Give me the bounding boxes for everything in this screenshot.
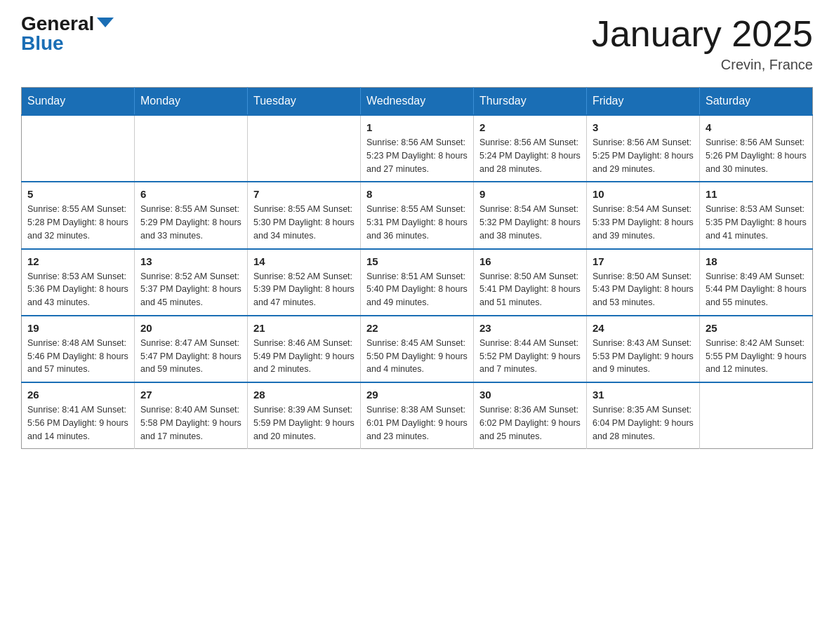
calendar-body: 1Sunrise: 8:56 AM Sunset: 5:23 PM Daylig… xyxy=(22,115,813,449)
day-info: Sunrise: 8:47 AM Sunset: 5:47 PM Dayligh… xyxy=(140,337,241,376)
calendar-week-1: 1Sunrise: 8:56 AM Sunset: 5:23 PM Daylig… xyxy=(22,115,813,182)
calendar-week-2: 5Sunrise: 8:55 AM Sunset: 5:28 PM Daylig… xyxy=(22,182,813,248)
day-info: Sunrise: 8:46 AM Sunset: 5:49 PM Dayligh… xyxy=(253,337,355,376)
day-number: 20 xyxy=(140,322,241,334)
logo-triangle-icon xyxy=(97,18,114,27)
day-number: 18 xyxy=(706,255,807,267)
day-info: Sunrise: 8:42 AM Sunset: 5:55 PM Dayligh… xyxy=(706,337,807,376)
calendar-cell: 20Sunrise: 8:47 AM Sunset: 5:47 PM Dayli… xyxy=(135,316,248,382)
day-number: 3 xyxy=(593,121,694,133)
day-number: 14 xyxy=(253,255,355,267)
calendar-cell: 21Sunrise: 8:46 AM Sunset: 5:49 PM Dayli… xyxy=(248,316,361,382)
day-number: 16 xyxy=(479,255,581,267)
day-info: Sunrise: 8:39 AM Sunset: 5:59 PM Dayligh… xyxy=(253,403,355,443)
calendar-cell: 23Sunrise: 8:44 AM Sunset: 5:52 PM Dayli… xyxy=(474,316,587,382)
calendar-cell: 25Sunrise: 8:42 AM Sunset: 5:55 PM Dayli… xyxy=(700,316,813,382)
day-number: 9 xyxy=(479,188,581,200)
calendar-cell: 27Sunrise: 8:40 AM Sunset: 5:58 PM Dayli… xyxy=(135,382,248,449)
calendar-cell: 6Sunrise: 8:55 AM Sunset: 5:29 PM Daylig… xyxy=(135,182,248,248)
calendar-cell: 12Sunrise: 8:53 AM Sunset: 5:36 PM Dayli… xyxy=(22,249,135,316)
day-info: Sunrise: 8:43 AM Sunset: 5:53 PM Dayligh… xyxy=(593,337,694,376)
calendar-cell: 10Sunrise: 8:54 AM Sunset: 5:33 PM Dayli… xyxy=(587,182,700,248)
day-info: Sunrise: 8:55 AM Sunset: 5:30 PM Dayligh… xyxy=(253,203,355,242)
calendar-table: SundayMondayTuesdayWednesdayThursdayFrid… xyxy=(21,87,813,449)
calendar-cell: 22Sunrise: 8:45 AM Sunset: 5:50 PM Dayli… xyxy=(361,316,474,382)
calendar-cell: 1Sunrise: 8:56 AM Sunset: 5:23 PM Daylig… xyxy=(361,115,474,182)
calendar-cell: 5Sunrise: 8:55 AM Sunset: 5:28 PM Daylig… xyxy=(22,182,135,248)
calendar-cell xyxy=(22,115,135,182)
day-number: 22 xyxy=(366,322,468,334)
calendar-cell xyxy=(135,115,248,182)
day-info: Sunrise: 8:52 AM Sunset: 5:39 PM Dayligh… xyxy=(253,270,355,309)
day-number: 23 xyxy=(479,322,581,334)
calendar-cell: 28Sunrise: 8:39 AM Sunset: 5:59 PM Dayli… xyxy=(248,382,361,449)
day-info: Sunrise: 8:38 AM Sunset: 6:01 PM Dayligh… xyxy=(366,403,468,443)
day-info: Sunrise: 8:55 AM Sunset: 5:29 PM Dayligh… xyxy=(140,203,241,242)
calendar-week-3: 12Sunrise: 8:53 AM Sunset: 5:36 PM Dayli… xyxy=(22,249,813,316)
day-info: Sunrise: 8:36 AM Sunset: 6:02 PM Dayligh… xyxy=(479,403,581,443)
calendar-cell: 17Sunrise: 8:50 AM Sunset: 5:43 PM Dayli… xyxy=(587,249,700,316)
day-info: Sunrise: 8:56 AM Sunset: 5:24 PM Dayligh… xyxy=(479,136,581,175)
day-info: Sunrise: 8:55 AM Sunset: 5:28 PM Dayligh… xyxy=(27,203,128,242)
calendar-cell: 3Sunrise: 8:56 AM Sunset: 5:25 PM Daylig… xyxy=(587,115,700,182)
calendar-cell: 31Sunrise: 8:35 AM Sunset: 6:04 PM Dayli… xyxy=(587,382,700,449)
days-header-row: SundayMondayTuesdayWednesdayThursdayFrid… xyxy=(22,88,813,116)
day-number: 29 xyxy=(366,389,468,401)
day-number: 10 xyxy=(593,188,694,200)
calendar-cell: 4Sunrise: 8:56 AM Sunset: 5:26 PM Daylig… xyxy=(700,115,813,182)
day-number: 5 xyxy=(27,188,128,200)
day-info: Sunrise: 8:52 AM Sunset: 5:37 PM Dayligh… xyxy=(140,270,241,309)
calendar-cell: 29Sunrise: 8:38 AM Sunset: 6:01 PM Dayli… xyxy=(361,382,474,449)
day-number: 25 xyxy=(706,322,807,334)
day-info: Sunrise: 8:49 AM Sunset: 5:44 PM Dayligh… xyxy=(706,270,807,309)
day-header-monday: Monday xyxy=(135,88,248,116)
day-header-tuesday: Tuesday xyxy=(248,88,361,116)
calendar-cell: 7Sunrise: 8:55 AM Sunset: 5:30 PM Daylig… xyxy=(248,182,361,248)
day-number: 8 xyxy=(366,188,468,200)
day-info: Sunrise: 8:56 AM Sunset: 5:26 PM Dayligh… xyxy=(706,136,807,175)
calendar-cell: 13Sunrise: 8:52 AM Sunset: 5:37 PM Dayli… xyxy=(135,249,248,316)
day-number: 28 xyxy=(253,389,355,401)
day-header-wednesday: Wednesday xyxy=(361,88,474,116)
calendar-cell: 16Sunrise: 8:50 AM Sunset: 5:41 PM Dayli… xyxy=(474,249,587,316)
day-header-saturday: Saturday xyxy=(700,88,813,116)
page-title: January 2025 xyxy=(592,14,813,54)
calendar-cell: 24Sunrise: 8:43 AM Sunset: 5:53 PM Dayli… xyxy=(587,316,700,382)
logo-general-text: General xyxy=(21,14,94,34)
calendar-week-4: 19Sunrise: 8:48 AM Sunset: 5:46 PM Dayli… xyxy=(22,316,813,382)
day-number: 11 xyxy=(706,188,807,200)
day-info: Sunrise: 8:48 AM Sunset: 5:46 PM Dayligh… xyxy=(27,337,128,376)
day-header-thursday: Thursday xyxy=(474,88,587,116)
day-number: 24 xyxy=(593,322,694,334)
calendar-header: SundayMondayTuesdayWednesdayThursdayFrid… xyxy=(22,88,813,116)
logo-blue-text: Blue xyxy=(21,32,64,54)
calendar-cell: 2Sunrise: 8:56 AM Sunset: 5:24 PM Daylig… xyxy=(474,115,587,182)
day-info: Sunrise: 8:55 AM Sunset: 5:31 PM Dayligh… xyxy=(366,203,468,242)
day-info: Sunrise: 8:56 AM Sunset: 5:25 PM Dayligh… xyxy=(593,136,694,175)
calendar-cell: 11Sunrise: 8:53 AM Sunset: 5:35 PM Dayli… xyxy=(700,182,813,248)
calendar-week-5: 26Sunrise: 8:41 AM Sunset: 5:56 PM Dayli… xyxy=(22,382,813,449)
day-info: Sunrise: 8:35 AM Sunset: 6:04 PM Dayligh… xyxy=(593,403,694,443)
calendar-cell: 30Sunrise: 8:36 AM Sunset: 6:02 PM Dayli… xyxy=(474,382,587,449)
day-info: Sunrise: 8:45 AM Sunset: 5:50 PM Dayligh… xyxy=(366,337,468,376)
location-subtitle: Crevin, France xyxy=(592,57,813,73)
calendar-cell xyxy=(248,115,361,182)
day-header-friday: Friday xyxy=(587,88,700,116)
calendar-cell: 15Sunrise: 8:51 AM Sunset: 5:40 PM Dayli… xyxy=(361,249,474,316)
day-number: 30 xyxy=(479,389,581,401)
calendar-cell: 8Sunrise: 8:55 AM Sunset: 5:31 PM Daylig… xyxy=(361,182,474,248)
day-number: 15 xyxy=(366,255,468,267)
day-info: Sunrise: 8:54 AM Sunset: 5:32 PM Dayligh… xyxy=(479,203,581,242)
page-header: General Blue January 2025 Crevin, France xyxy=(21,14,813,73)
calendar-cell xyxy=(700,382,813,449)
day-number: 17 xyxy=(593,255,694,267)
day-info: Sunrise: 8:53 AM Sunset: 5:36 PM Dayligh… xyxy=(27,270,128,309)
day-info: Sunrise: 8:40 AM Sunset: 5:58 PM Dayligh… xyxy=(140,403,241,443)
day-number: 21 xyxy=(253,322,355,334)
day-info: Sunrise: 8:50 AM Sunset: 5:43 PM Dayligh… xyxy=(593,270,694,309)
day-info: Sunrise: 8:41 AM Sunset: 5:56 PM Dayligh… xyxy=(27,403,128,443)
day-info: Sunrise: 8:51 AM Sunset: 5:40 PM Dayligh… xyxy=(366,270,468,309)
calendar-cell: 18Sunrise: 8:49 AM Sunset: 5:44 PM Dayli… xyxy=(700,249,813,316)
day-number: 1 xyxy=(366,121,468,133)
day-number: 12 xyxy=(27,255,128,267)
